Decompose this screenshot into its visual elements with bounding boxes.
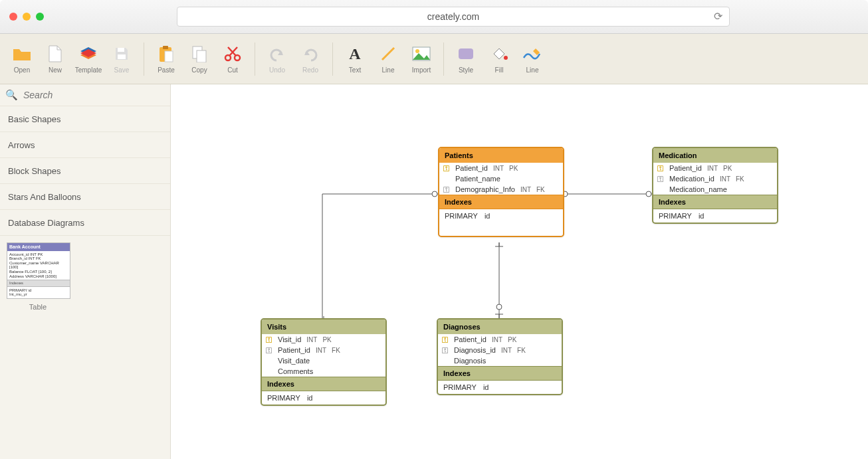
indexes-header: Indexes bbox=[262, 377, 385, 391]
key-icon: ⚿ bbox=[443, 186, 450, 193]
svg-line-9 bbox=[382, 48, 394, 60]
table-row: ⚿Visit_idINTPK bbox=[262, 334, 385, 345]
diagram-canvas[interactable]: Patients ⚿Patient_idINTPK Patient_name ⚿… bbox=[171, 84, 868, 459]
copy-icon bbox=[189, 44, 209, 64]
svg-point-17 bbox=[496, 304, 502, 310]
svg-rect-0 bbox=[118, 48, 124, 52]
stack-icon bbox=[78, 44, 98, 64]
undo-icon bbox=[267, 44, 287, 64]
table-row: ⚿Medication_idINTFK bbox=[653, 173, 777, 184]
table-diagnoses[interactable]: Diagnoses ⚿Patient_idINTPK ⚿Diagnosis_id… bbox=[437, 318, 563, 395]
window-controls bbox=[9, 13, 44, 21]
table-row: Visit_date bbox=[262, 355, 385, 366]
separator bbox=[255, 43, 255, 76]
table-row: Diagnosis bbox=[438, 355, 562, 366]
svg-rect-4 bbox=[165, 51, 173, 62]
scissors-icon bbox=[223, 44, 243, 64]
save-icon bbox=[112, 44, 132, 64]
maximize-window-button[interactable] bbox=[36, 13, 44, 21]
style-icon bbox=[456, 44, 476, 64]
key-icon: ⚿ bbox=[266, 336, 272, 343]
browser-chrome: creately.com ⟳ bbox=[0, 0, 868, 34]
indexes-header: Indexes bbox=[653, 195, 777, 209]
image-icon bbox=[411, 44, 431, 64]
fill-button[interactable]: Fill bbox=[483, 44, 516, 74]
table-row: Medication_name bbox=[653, 184, 777, 195]
svg-point-14 bbox=[432, 191, 437, 197]
undo-button[interactable]: Undo bbox=[261, 44, 294, 74]
svg-point-13 bbox=[504, 56, 508, 60]
toolbar: Open New Template Save Paste Copy Cut bbox=[0, 34, 868, 84]
palette-label: Table bbox=[7, 303, 69, 311]
table-visits[interactable]: Visits ⚿Visit_idINTPK ⚿Patient_idINTFK V… bbox=[261, 318, 387, 406]
url-text: creately.com bbox=[427, 11, 479, 22]
table-row: ⚿Demographic_InfoINTFK bbox=[439, 184, 563, 195]
sidebar: 🔍 Basic Shapes Arrows Block Shapes Stars… bbox=[0, 84, 171, 459]
key-icon: ⚿ bbox=[657, 175, 664, 183]
line-tool-button[interactable]: Line bbox=[372, 44, 405, 74]
svg-rect-3 bbox=[163, 46, 168, 49]
sidebar-item-arrows[interactable]: Arrows bbox=[0, 132, 170, 158]
table-row: ⚿Diagnosis_idINTFK bbox=[438, 345, 562, 355]
svg-rect-12 bbox=[459, 48, 473, 59]
paste-button[interactable]: Paste bbox=[150, 44, 183, 74]
table-title: Medication bbox=[653, 148, 777, 163]
bucket-icon bbox=[489, 44, 509, 64]
index-row: PRIMARYid bbox=[439, 209, 563, 223]
save-button[interactable]: Save bbox=[105, 44, 138, 74]
separator bbox=[443, 43, 444, 76]
key-icon: ⚿ bbox=[442, 347, 449, 354]
key-icon: ⚿ bbox=[657, 165, 664, 172]
line-icon bbox=[378, 44, 398, 64]
cut-button[interactable]: Cut bbox=[216, 44, 249, 74]
template-button[interactable]: Template bbox=[72, 44, 105, 74]
indexes-header: Indexes bbox=[438, 366, 562, 381]
svg-point-11 bbox=[415, 49, 419, 53]
key-icon: ⚿ bbox=[443, 165, 450, 172]
indexes-header: Indexes bbox=[439, 195, 563, 209]
text-tool-button[interactable]: A Text bbox=[338, 44, 372, 74]
text-icon: A bbox=[345, 44, 365, 64]
open-button[interactable]: Open bbox=[5, 44, 39, 74]
table-row: ⚿Patient_idINTPK bbox=[438, 334, 562, 345]
pencil-line-icon bbox=[522, 44, 542, 64]
shape-palette: Bank Account Account_id INT PK Branch_id… bbox=[0, 236, 170, 459]
document-icon bbox=[45, 44, 65, 64]
separator bbox=[144, 43, 144, 76]
table-shape-thumb[interactable]: Bank Account Account_id INT PK Branch_id… bbox=[7, 242, 70, 299]
separator bbox=[332, 43, 333, 76]
sidebar-item-block-shapes[interactable]: Block Shapes bbox=[0, 158, 170, 184]
redo-icon bbox=[300, 44, 320, 64]
search-row: 🔍 bbox=[0, 84, 170, 106]
index-row: PRIMARYid bbox=[653, 209, 777, 223]
table-row: ⚿Patient_idINTPK bbox=[439, 163, 563, 173]
svg-rect-6 bbox=[197, 50, 206, 62]
sidebar-item-database-diagrams[interactable]: Database Diagrams bbox=[0, 210, 170, 236]
style-button[interactable]: Style bbox=[449, 44, 483, 74]
copy-button[interactable]: Copy bbox=[183, 44, 216, 74]
table-row: ⚿Patient_idINTFK bbox=[262, 345, 385, 355]
key-icon: ⚿ bbox=[266, 347, 272, 354]
table-row: Patient_name bbox=[439, 173, 563, 184]
line-style-button[interactable]: Line bbox=[516, 44, 549, 74]
key-icon: ⚿ bbox=[442, 336, 449, 343]
clipboard-icon bbox=[156, 44, 176, 64]
redo-button[interactable]: Redo bbox=[294, 44, 327, 74]
import-button[interactable]: Import bbox=[405, 44, 438, 74]
folder-icon bbox=[12, 44, 32, 64]
sidebar-item-basic-shapes[interactable]: Basic Shapes bbox=[0, 106, 170, 132]
table-title: Patients bbox=[439, 148, 563, 163]
table-medication[interactable]: Medication ⚿Patient_idINTPK ⚿Medication_… bbox=[652, 147, 778, 224]
table-row: ⚿Patient_idINTPK bbox=[653, 163, 777, 173]
svg-rect-1 bbox=[118, 54, 126, 59]
table-patients[interactable]: Patients ⚿Patient_idINTPK Patient_name ⚿… bbox=[438, 147, 564, 237]
address-bar[interactable]: creately.com ⟳ bbox=[177, 7, 730, 27]
close-window-button[interactable] bbox=[9, 13, 17, 21]
index-row: PRIMARYid bbox=[438, 381, 562, 394]
search-input[interactable] bbox=[22, 89, 165, 101]
new-button[interactable]: New bbox=[39, 44, 72, 74]
reload-icon[interactable]: ⟳ bbox=[714, 10, 722, 23]
minimize-window-button[interactable] bbox=[23, 13, 31, 21]
svg-point-16 bbox=[646, 191, 651, 197]
sidebar-item-stars-balloons[interactable]: Stars And Balloons bbox=[0, 184, 170, 210]
